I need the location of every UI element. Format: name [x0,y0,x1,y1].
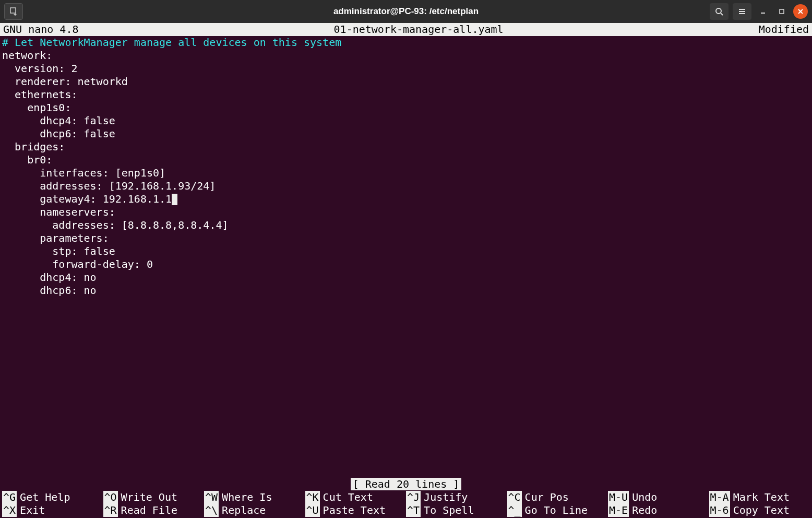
shortcut-to-spell: ^TTo Spell [406,504,507,517]
nano-shortcuts: ^GGet Help^OWrite Out^WWhere Is^KCut Tex… [0,491,812,518]
svg-rect-9 [780,9,784,14]
shortcut-key: ^G [2,491,17,504]
close-icon [797,8,804,15]
yaml-line: interfaces: [enp1s0] [2,167,165,179]
shortcut-label: Read File [121,504,177,517]
yaml-line: dhcp6: false [2,127,115,140]
yaml-line: addresses: [8.8.8.8,8.8.4.4] [2,219,228,231]
yaml-line: ethernets: [2,88,78,101]
shortcut-key: ^C [507,491,522,504]
yaml-line: br0: [2,154,52,166]
yaml-line: forward-delay: 0 [2,258,153,270]
shortcut-key: M-6 [709,504,730,517]
nano-file-name: 01-network-manager-all.yaml [79,23,759,36]
shortcut-redo: M-ERedo [608,504,709,517]
yaml-line: dhcp6: no [2,284,97,297]
shortcut-go-to-line: ^_Go To Line [507,504,608,517]
yaml-line: bridges: [2,140,65,153]
shortcut-key: ^R [103,504,118,517]
shortcut-cur-pos: ^CCur Pos [507,491,608,504]
svg-line-4 [721,13,723,15]
yaml-line: stp: false [2,245,115,257]
yaml-line: renderer: networkd [2,75,128,88]
shortcut-key: ^K [305,491,320,504]
shortcut-label: Replace [222,504,266,517]
yaml-line: network: [2,49,52,62]
yaml-line: nameservers: [2,206,115,218]
shortcut-key: ^O [103,491,118,504]
shortcut-key: ^\ [204,504,219,517]
yaml-line: dhcp4: no [2,271,97,284]
minimize-button[interactable] [756,4,770,19]
text-cursor [172,194,177,205]
shortcut-undo: M-UUndo [608,491,709,504]
new-tab-button[interactable] [4,3,23,20]
window-titlebar: administrator@PC-93: /etc/netplan [0,0,812,23]
nano-modified-status: Modified [759,23,809,36]
hamburger-icon [737,7,747,16]
search-icon [714,7,724,16]
search-button[interactable] [710,3,729,20]
shortcut-key: ^J [406,491,421,504]
shortcut-paste-text: ^UPaste Text [305,504,407,517]
yaml-line: addresses: [192.168.1.93/24] [2,180,216,192]
nano-header: GNU nano 4.8 01-network-manager-all.yaml… [0,23,812,36]
shortcut-label: Justify [424,491,468,504]
yaml-line: dhcp4: false [2,114,115,127]
yaml-line: parameters: [2,232,109,244]
shortcut-label: Go To Line [525,504,588,517]
shortcut-label: Redo [632,504,657,517]
minimize-icon [760,8,766,15]
shortcut-cut-text: ^KCut Text [305,491,407,504]
new-tab-icon [9,7,18,16]
shortcut-key: ^X [2,504,17,517]
shortcut-label: Write Out [121,491,177,504]
shortcut-justify: ^JJustify [406,491,507,504]
nano-status-line: [ Read 20 lines ] [0,478,812,491]
shortcut-mark-text: M-AMark Text [709,491,810,504]
shortcut-label: To Spell [424,504,474,517]
shortcut-where-is: ^WWhere Is [204,491,305,504]
shortcut-label: Paste Text [323,504,386,517]
yaml-line: gateway4: 192.168.1.1 [2,193,172,205]
shortcut-label: Undo [632,491,657,504]
shortcut-label: Cur Pos [525,491,569,504]
shortcut-key: M-U [608,491,629,504]
menu-button[interactable] [733,3,751,20]
shortcut-key: ^_ [507,504,522,517]
yaml-line: enp1s0: [2,101,71,114]
shortcut-replace: ^\Replace [204,504,305,517]
window-title: administrator@PC-93: /etc/netplan [333,6,479,17]
shortcut-label: Copy Text [733,504,790,517]
shortcut-label: Mark Text [733,491,790,504]
shortcut-copy-text: M-6Copy Text [709,504,810,517]
yaml-comment: # Let NetworkManager manage all devices … [2,36,341,49]
svg-point-3 [716,8,721,14]
shortcut-label: Exit [20,504,45,517]
shortcut-key: M-A [709,491,730,504]
shortcut-exit: ^XExit [2,504,103,517]
close-button[interactable] [793,4,808,19]
shortcut-key: ^U [305,504,320,517]
shortcut-get-help: ^GGet Help [2,491,103,504]
nano-app-name: GNU nano 4.8 [3,23,79,36]
shortcut-write-out: ^OWrite Out [103,491,205,504]
shortcut-key: ^W [204,491,219,504]
yaml-line: version: 2 [2,62,78,75]
editor-content[interactable]: # Let NetworkManager manage all devices … [0,36,812,478]
read-lines-status: [ Read 20 lines ] [351,478,462,490]
shortcut-key: M-E [608,504,629,517]
svg-rect-0 [10,8,16,13]
maximize-button[interactable] [774,4,789,19]
shortcut-key: ^T [406,504,421,517]
shortcut-label: Where Is [222,491,272,504]
shortcut-label: Get Help [20,491,70,504]
maximize-icon [779,8,785,15]
shortcut-label: Cut Text [323,491,373,504]
shortcut-read-file: ^RRead File [103,504,205,517]
